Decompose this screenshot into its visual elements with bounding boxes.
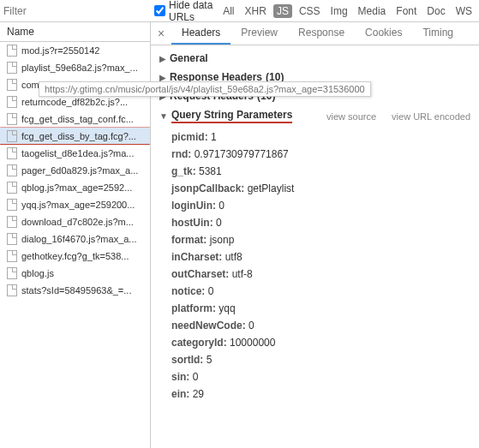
file-icon	[7, 233, 17, 245]
filter-input[interactable]	[3, 5, 89, 17]
file-name: fcg_get_diss_tag_conf.fc...	[21, 114, 134, 124]
name-column-header[interactable]: Name	[0, 22, 150, 42]
section-query-string-parameters[interactable]: Query String Parameters view source view…	[151, 105, 479, 127]
param-value: 0	[216, 217, 222, 229]
param-key: categoryId:	[171, 337, 230, 349]
param-row: sin: 0	[171, 368, 479, 385]
filter-tag-all[interactable]: All	[219, 4, 237, 18]
param-key: jsonpCallback:	[171, 182, 248, 194]
param-key: sin:	[171, 371, 193, 383]
filter-tag-xhr[interactable]: XHR	[242, 4, 270, 18]
file-name: playlist_59e68a2.js?max_...	[21, 63, 138, 73]
file-name: qblog.js?max_age=2592...	[21, 182, 132, 193]
file-name: qblog.js	[21, 268, 54, 278]
param-value: 0	[193, 371, 199, 383]
param-row: rnd: 0.971730979771867	[171, 146, 479, 163]
tab-response[interactable]: Response	[288, 22, 355, 45]
filter-tag-js[interactable]: JS	[273, 4, 292, 18]
list-item[interactable]: download_d7c802e.js?m...	[0, 213, 150, 230]
param-row: loginUin: 0	[171, 197, 479, 214]
list-item[interactable]: fcg_get_diss_by_tag.fcg?...	[0, 128, 150, 145]
param-row: outCharset: utf-8	[171, 266, 479, 283]
list-item[interactable]: playlist_59e68a2.js?max_...	[0, 59, 150, 76]
param-key: g_tk:	[171, 165, 199, 177]
file-icon	[7, 147, 17, 159]
file-icon	[7, 199, 17, 211]
tab-preview[interactable]: Preview	[231, 22, 288, 45]
file-name: taogelist_d8e1dea.js?ma...	[21, 148, 134, 158]
file-icon	[7, 96, 17, 108]
filter-tag-img[interactable]: Img	[327, 4, 351, 18]
section-general[interactable]: General	[151, 49, 479, 68]
file-icon	[7, 267, 17, 279]
list-item[interactable]: gethotkey.fcg?g_tk=538...	[0, 248, 150, 265]
filter-tag-font[interactable]: Font	[392, 4, 420, 18]
param-value: yqq	[219, 302, 235, 314]
list-item[interactable]: fcg_get_diss_tag_conf.fc...	[0, 111, 150, 128]
param-value: 10000000	[230, 337, 275, 349]
tab-timing[interactable]: Timing	[412, 22, 464, 45]
list-item[interactable]: pager_6d0a829.js?max_a...	[0, 162, 150, 179]
file-icon	[7, 130, 17, 142]
details-tabs: × HeadersPreviewResponseCookiesTiming	[151, 22, 479, 45]
file-name: download_d7c802e.js?m...	[21, 217, 134, 227]
param-row: platform: yqq	[171, 300, 479, 317]
general-title: General	[170, 52, 208, 64]
filter-tags: AllXHRJSCSSImgMediaFontDocWS	[219, 4, 476, 18]
file-name: mod.js?r=2550142	[21, 45, 99, 56]
param-value: 0	[219, 200, 225, 212]
param-row: needNewCode: 0	[171, 317, 479, 334]
param-key: inCharset:	[171, 251, 225, 263]
filter-toolbar: Hide data URLs AllXHRJSCSSImgMediaFontDo…	[0, 0, 479, 22]
param-key: rnd:	[171, 148, 195, 160]
param-row: g_tk: 5381	[171, 163, 479, 180]
param-row: hostUin: 0	[171, 214, 479, 231]
list-item[interactable]: qblog.js	[0, 265, 150, 282]
param-key: loginUin:	[171, 200, 219, 212]
param-value: getPlaylist	[248, 182, 295, 194]
param-value: jsonp	[210, 234, 235, 246]
request-list: mod.js?r=2550142playlist_59e68a2.js?max_…	[0, 42, 150, 299]
file-name: returncode_df82b2c.js?...	[21, 97, 128, 107]
param-row: sortId: 5	[171, 351, 479, 368]
param-value: 5	[207, 354, 213, 366]
param-key: outCharset:	[171, 268, 232, 280]
param-row: picmid: 1	[171, 128, 479, 146]
param-key: needNewCode:	[171, 320, 248, 332]
close-icon[interactable]: ×	[151, 27, 171, 40]
list-item[interactable]: taogelist_d8e1dea.js?ma...	[0, 145, 150, 162]
param-row: format: jsonp	[171, 231, 479, 248]
filter-tag-css[interactable]: CSS	[296, 4, 324, 18]
filter-tag-media[interactable]: Media	[355, 4, 390, 18]
file-icon	[7, 79, 17, 91]
view-url-encoded-link[interactable]: view URL encoded	[392, 111, 470, 122]
list-item[interactable]: dialog_16f4670.js?max_a...	[0, 230, 150, 248]
param-key: sortId:	[171, 354, 207, 366]
param-value: 0	[208, 285, 214, 297]
param-key: format:	[171, 234, 210, 246]
tab-headers[interactable]: Headers	[171, 22, 231, 45]
file-name: fcg_get_diss_by_tag.fcg?...	[21, 131, 136, 141]
file-icon	[7, 182, 17, 194]
param-value: 1	[211, 131, 217, 143]
hide-data-urls-checkbox[interactable]: Hide data URLs	[154, 0, 214, 23]
list-item[interactable]: yqq.js?max_age=259200...	[0, 196, 150, 213]
list-item[interactable]: qblog.js?max_age=2592...	[0, 179, 150, 196]
file-icon	[7, 216, 17, 228]
param-row: jsonpCallback: getPlaylist	[171, 180, 479, 197]
list-item[interactable]: stats?sId=58495963&_=...	[0, 282, 150, 299]
tab-cookies[interactable]: Cookies	[355, 22, 412, 45]
param-row: notice: 0	[171, 283, 479, 300]
filter-tag-doc[interactable]: Doc	[423, 4, 448, 18]
file-icon	[7, 284, 17, 296]
chevron-down-icon	[159, 111, 168, 121]
qsp-title: Query String Parameters	[171, 109, 292, 123]
hide-data-urls-box[interactable]	[154, 5, 165, 16]
file-name: stats?sId=58495963&_=...	[21, 285, 131, 296]
query-params-list: picmid: 1rnd: 0.971730979771867g_tk: 538…	[151, 127, 479, 403]
param-row: inCharset: utf8	[171, 248, 479, 266]
file-name: pager_6d0a829.js?max_a...	[21, 165, 138, 176]
list-item[interactable]: mod.js?r=2550142	[0, 42, 150, 59]
filter-tag-ws[interactable]: WS	[452, 4, 476, 18]
view-source-link[interactable]: view source	[326, 111, 376, 122]
